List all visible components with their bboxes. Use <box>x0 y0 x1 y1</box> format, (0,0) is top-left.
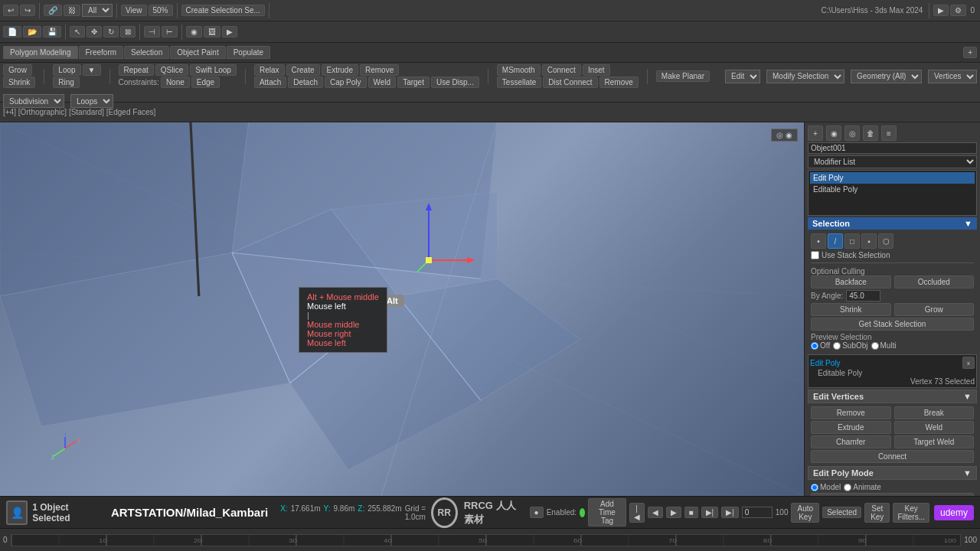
repeat-button[interactable]: Repeat <box>119 64 154 76</box>
preview-subobj-radio[interactable]: SubObj <box>833 341 867 350</box>
transform-gizmo[interactable] <box>413 199 475 276</box>
add-time-tag-btn[interactable]: Add Time Tag <box>588 498 626 527</box>
attach-button[interactable]: Attach <box>254 77 286 88</box>
vert-chamfer-btn[interactable]: Chamfer <box>811 435 891 448</box>
render-setup-btn[interactable]: 🖼 <box>204 26 220 37</box>
edit-dropdown[interactable]: Edit <box>725 70 760 83</box>
swift-loop-button[interactable]: Swift Loop <box>190 64 237 76</box>
key-filters-btn[interactable]: Key Filters... <box>893 503 929 523</box>
percent-button[interactable]: 50% <box>149 5 173 16</box>
edge-mode-btn[interactable]: / <box>828 233 843 249</box>
remove2-button[interactable]: Remove <box>599 77 639 88</box>
material-btn[interactable]: ◉ <box>186 26 202 37</box>
vert-break-btn[interactable]: Break <box>894 406 975 419</box>
vertex-mode-btn[interactable]: • <box>811 233 826 249</box>
vert-remove-btn[interactable]: Remove <box>811 406 891 419</box>
mirror-btn[interactable]: ⊣ <box>144 26 160 37</box>
render-toggle-btn[interactable]: ◎ <box>844 126 860 141</box>
tab-object-paint[interactable]: Object Paint <box>170 46 225 59</box>
grow-sel-btn[interactable]: Grow <box>894 303 975 316</box>
next-frame-btn[interactable]: ▶| <box>701 507 719 518</box>
modify-sel-dropdown[interactable]: Modify Selection <box>766 70 844 83</box>
modifier-edit-poly[interactable]: Edit Poly <box>810 172 975 184</box>
shrink-sel-btn[interactable]: Shrink <box>811 303 891 316</box>
undo-button[interactable]: ↩ <box>3 5 18 16</box>
use-disp-button[interactable]: Use Disp... <box>431 77 479 88</box>
vert-target-weld-btn[interactable]: Target Weld <box>894 435 975 448</box>
tessellate-button[interactable]: Tessellate <box>497 77 541 88</box>
no-current-op-btn[interactable]: <No Current Operation> <box>811 493 974 496</box>
modifier-list-dropdown[interactable]: Modifier List <box>808 155 977 168</box>
create-sel-button[interactable]: Create Selection Se... <box>181 5 265 16</box>
edit-poly-mode-header[interactable]: Edit Poly Mode▼ <box>808 466 977 480</box>
add-modifier-btn[interactable]: + <box>808 126 823 141</box>
rotate-btn[interactable]: ↻ <box>103 26 119 37</box>
quick-render-btn[interactable]: ▶ <box>222 26 237 37</box>
link-button[interactable]: 🔗 <box>44 5 62 16</box>
vertices-dropdown[interactable]: Vertices <box>928 70 977 83</box>
vert-weld-btn[interactable]: Weld <box>894 421 975 434</box>
auto-key-btn[interactable]: Auto Key <box>791 503 819 523</box>
extrude-button[interactable]: Extrude <box>322 64 358 76</box>
tab-freeform[interactable]: Freeform <box>79 46 124 59</box>
create-button[interactable]: Create <box>286 64 320 76</box>
viewport-toggle-btn[interactable]: ◉ <box>826 126 841 141</box>
dist-connect-button[interactable]: Dist Connect <box>543 77 597 88</box>
detach-button[interactable]: Detach <box>288 77 323 88</box>
model-radio[interactable]: Model <box>811 483 841 491</box>
get-stack-btn[interactable]: Get Stack Selection <box>811 318 974 331</box>
go-end-btn[interactable]: ▶| <box>721 507 739 518</box>
mode-dropdown[interactable]: All <box>82 4 113 17</box>
prev-frame-btn[interactable]: ◀ <box>648 507 663 518</box>
render-button[interactable]: ▶ <box>933 5 949 16</box>
geometry-dropdown[interactable]: Geometry (All) <box>851 70 922 83</box>
view-button[interactable]: View <box>121 5 147 16</box>
msmooth-button[interactable]: MSmooth <box>497 64 541 76</box>
set-key-btn[interactable]: Set Key <box>864 503 890 523</box>
add-tab-btn[interactable]: + <box>963 47 977 58</box>
open-btn[interactable]: 📂 <box>23 26 41 37</box>
preview-off-radio[interactable]: Off <box>811 341 830 350</box>
preview-multi-radio[interactable]: Multi <box>871 341 897 350</box>
backface-btn[interactable]: Backface <box>811 276 891 289</box>
tab-populate[interactable]: Populate <box>227 46 270 59</box>
animate-radio[interactable]: Animate <box>844 483 881 491</box>
shrink-button[interactable]: Shrink <box>3 77 35 88</box>
grow-button[interactable]: Grow <box>3 64 32 76</box>
target-button[interactable]: Target <box>397 77 430 88</box>
tab-selection[interactable]: Selection <box>124 46 169 59</box>
selected-btn[interactable]: Selected <box>822 507 861 518</box>
loop-button[interactable]: Loop <box>53 64 80 76</box>
delete-modifier-btn[interactable]: 🗑 <box>863 126 878 141</box>
settings-button[interactable]: ⚙ <box>950 5 966 16</box>
loops-dropdown[interactable]: Loops <box>70 94 113 108</box>
edit-vertices-header[interactable]: Edit Vertices▼ <box>808 390 977 403</box>
use-stack-checkbox[interactable] <box>811 251 819 259</box>
timeline-track[interactable]: 10 20 30 40 50 60 70 80 90 100 <box>11 534 962 546</box>
connect-button[interactable]: Connect <box>542 64 581 76</box>
new-btn[interactable]: 📄 <box>3 26 21 37</box>
move-btn[interactable]: ✥ <box>87 26 102 37</box>
modifier-editable-poly[interactable]: Editable Poly <box>810 184 975 195</box>
constraint-edge[interactable]: Edge <box>191 77 220 88</box>
ring-button[interactable]: Ring <box>53 77 80 88</box>
vert-connect-btn[interactable]: Connect <box>811 450 974 463</box>
scale-btn[interactable]: ⊠ <box>120 26 136 37</box>
selection-section-header[interactable]: Selection ▼ <box>808 217 977 230</box>
border-mode-btn[interactable]: □ <box>844 233 860 249</box>
align-btn[interactable]: ⊢ <box>162 26 178 37</box>
go-start-btn[interactable]: |◀ <box>629 503 645 523</box>
redo-button[interactable]: ↪ <box>20 5 35 16</box>
more-options-btn[interactable]: ≡ <box>881 126 897 141</box>
by-angle-input[interactable] <box>846 290 880 302</box>
constraint-none[interactable]: None <box>161 77 190 88</box>
make-planar-button[interactable]: Make Planar <box>656 70 710 82</box>
relax-button[interactable]: Relax <box>254 64 285 76</box>
select-btn[interactable]: ↖ <box>70 26 85 37</box>
collapse-stack-btn[interactable]: x <box>962 357 975 369</box>
element-mode-btn[interactable]: ⬡ <box>878 233 893 249</box>
subdivision-dropdown[interactable]: Subdivision <box>3 94 64 108</box>
current-frame-input[interactable] <box>742 507 773 518</box>
object-name-input[interactable] <box>808 142 977 154</box>
unlink-button[interactable]: ⛓ <box>64 5 80 16</box>
